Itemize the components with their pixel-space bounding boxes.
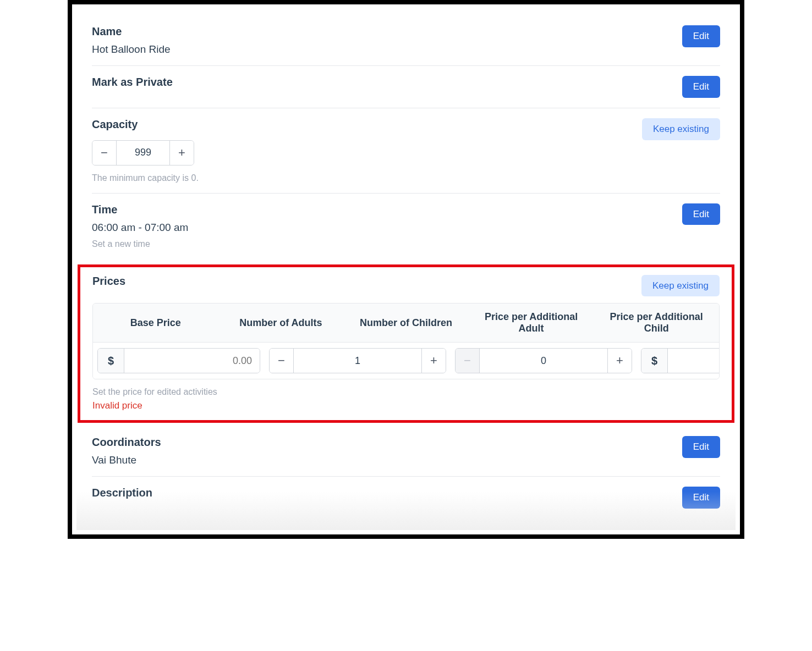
prices-body-row: $ − + — [93, 343, 719, 379]
prices-header-row: Base Price Number of Adults Number of Ch… — [93, 304, 719, 343]
coordinators-edit-button[interactable]: Edit — [682, 436, 720, 458]
col-base-price: Base Price — [93, 304, 218, 342]
private-label: Mark as Private — [92, 76, 173, 89]
col-price-per-child: Price per Additional Child — [594, 304, 719, 342]
minus-icon: − — [101, 146, 108, 160]
prices-label: Prices — [92, 275, 125, 288]
capacity-label: Capacity — [92, 118, 138, 131]
adults-increment-button[interactable]: + — [421, 349, 446, 373]
time-edit-button[interactable]: Edit — [682, 203, 720, 225]
base-price-input-group: $ — [97, 348, 260, 373]
children-increment-button[interactable]: + — [607, 349, 632, 373]
children-input[interactable] — [480, 349, 607, 373]
coordinators-value: Vai Bhute — [92, 454, 161, 466]
prices-table: Base Price Number of Adults Number of Ch… — [92, 303, 720, 379]
price-per-adult-input-group: $ — [641, 348, 720, 373]
adults-stepper: − + — [269, 348, 446, 373]
dollar-icon: $ — [98, 349, 124, 373]
capacity-stepper: − + — [92, 140, 194, 165]
prices-hint: Set the price for edited activities — [92, 387, 720, 397]
capacity-hint: The minimum capacity is 0. — [92, 173, 720, 183]
section-name: Name Hot Balloon Ride Edit — [92, 15, 720, 66]
minus-icon: − — [278, 354, 285, 368]
name-value: Hot Balloon Ride — [92, 43, 171, 56]
dollar-icon: $ — [641, 349, 668, 373]
plus-icon: + — [430, 354, 437, 368]
time-label: Time — [92, 203, 188, 216]
name-label: Name — [92, 25, 171, 38]
plus-icon: + — [616, 354, 623, 368]
prices-error: Invalid price — [92, 400, 720, 411]
children-decrement-button[interactable]: − — [456, 349, 480, 373]
section-private: Mark as Private Edit — [92, 66, 720, 108]
adults-input[interactable] — [294, 349, 421, 373]
prices-highlight: Prices Keep existing Base Price Number o… — [78, 264, 734, 423]
description-label: Description — [92, 487, 152, 499]
capacity-decrement-button[interactable]: − — [92, 141, 117, 165]
section-prices: Prices Keep existing Base Price Number o… — [92, 273, 720, 412]
time-hint: Set a new time — [92, 239, 188, 249]
form-panel: Name Hot Balloon Ride Edit Mark as Priva… — [68, 0, 744, 539]
col-number-children: Number of Children — [343, 304, 469, 342]
children-stepper: − + — [455, 348, 632, 373]
name-edit-button[interactable]: Edit — [682, 25, 720, 47]
minus-icon: − — [464, 354, 471, 368]
time-value: 06:00 am - 07:00 am — [92, 222, 188, 234]
capacity-keep-existing-button[interactable]: Keep existing — [642, 118, 720, 140]
price-per-adult-input[interactable] — [668, 349, 720, 373]
base-price-input[interactable] — [124, 349, 260, 373]
prices-keep-existing-button[interactable]: Keep existing — [641, 275, 720, 297]
description-edit-button[interactable]: Edit — [682, 487, 720, 509]
section-description: Description Edit — [92, 477, 720, 518]
section-time: Time 06:00 am - 07:00 am Set a new time … — [92, 194, 720, 259]
section-capacity: Capacity Keep existing − + The minimum c… — [92, 108, 720, 194]
col-number-adults: Number of Adults — [218, 304, 344, 342]
capacity-input[interactable] — [117, 141, 169, 165]
private-edit-button[interactable]: Edit — [682, 76, 720, 98]
capacity-increment-button[interactable]: + — [169, 141, 194, 165]
coordinators-label: Coordinators — [92, 436, 161, 449]
section-coordinators: Coordinators Vai Bhute Edit — [92, 426, 720, 477]
col-price-per-adult: Price per Additional Adult — [469, 304, 594, 342]
adults-decrement-button[interactable]: − — [270, 349, 294, 373]
plus-icon: + — [178, 146, 185, 160]
